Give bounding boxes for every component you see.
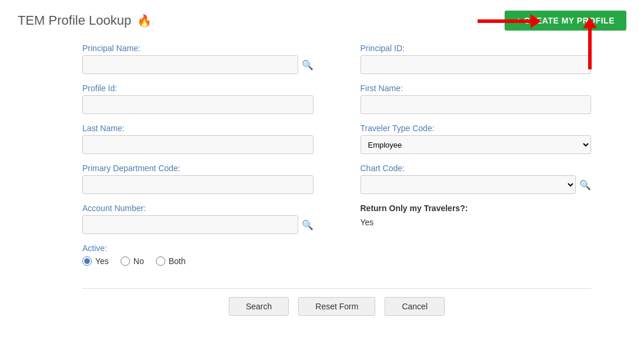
traveler-type-label: Traveler Type Code: <box>361 124 592 133</box>
button-row: Search Reset Form Cancel <box>82 297 591 316</box>
arrow-up-head <box>583 18 597 28</box>
first-name-group: First Name: <box>361 84 592 114</box>
arrow-head <box>530 14 541 28</box>
principal-name-group: Principal Name: 🔍 <box>82 44 313 74</box>
return-travelers-group: Return Only my Travelers?: Yes <box>361 203 592 227</box>
account-number-input-row: 🔍 <box>82 215 313 234</box>
principal-name-search-icon[interactable]: 🔍 <box>302 59 313 71</box>
active-both-radio[interactable] <box>156 256 165 266</box>
form-grid: Principal Name: 🔍 Profile Id: Last Name: <box>82 44 591 278</box>
active-radio-row: Yes No Both <box>82 256 313 268</box>
active-no-label: No <box>134 256 144 266</box>
traveler-type-select[interactable]: Employee Non-Employee Student <box>361 135 592 154</box>
cancel-button[interactable]: Cancel <box>385 297 445 316</box>
account-number-input[interactable] <box>82 215 298 234</box>
primary-dept-group: Primary Department Code: <box>82 164 313 194</box>
arrow-right-annotation <box>478 14 541 28</box>
form-divider <box>82 288 591 289</box>
account-number-label: Account Number: <box>82 203 313 213</box>
chart-code-search-icon[interactable]: 🔍 <box>579 179 591 191</box>
principal-name-input[interactable] <box>82 55 298 74</box>
last-name-label: Last Name: <box>82 124 313 133</box>
profile-id-group: Profile Id: <box>82 84 313 114</box>
active-both-label: Both <box>169 256 186 266</box>
chart-code-select[interactable] <box>361 175 576 194</box>
principal-name-label: Principal Name: <box>82 44 313 53</box>
fire-icon: 🔥 <box>137 14 152 28</box>
principal-id-group: Principal ID: <box>361 44 592 74</box>
return-travelers-value: Yes <box>361 215 592 227</box>
arrow-up-line <box>588 28 592 69</box>
primary-dept-input[interactable] <box>82 175 313 194</box>
active-yes-radio[interactable] <box>82 256 92 266</box>
chart-code-label: Chart Code: <box>361 164 592 173</box>
active-both-option[interactable]: Both <box>156 256 186 266</box>
first-name-label: First Name: <box>361 84 592 93</box>
page-title: TEM Profile Lookup <box>18 13 131 28</box>
last-name-input[interactable] <box>82 135 313 154</box>
reset-form-button[interactable]: Reset Form <box>298 297 375 316</box>
first-name-input[interactable] <box>361 95 592 114</box>
chart-code-group: Chart Code: 🔍 <box>361 164 592 194</box>
account-number-search-icon[interactable]: 🔍 <box>302 219 313 231</box>
active-label: Active: <box>82 243 313 253</box>
active-no-option[interactable]: No <box>121 256 144 266</box>
title-area: TEM Profile Lookup 🔥 <box>18 13 152 28</box>
arrow-line <box>478 19 530 23</box>
form-area: Principal Name: 🔍 Profile Id: Last Name: <box>18 44 626 316</box>
last-name-group: Last Name: <box>82 124 313 154</box>
return-travelers-label: Return Only my Travelers?: <box>361 203 592 213</box>
profile-id-label: Profile Id: <box>82 84 313 93</box>
right-column: Principal ID: First Name: Traveler Type … <box>361 44 592 278</box>
page-container: TEM Profile Lookup 🔥 + CREATE MY PROFILE… <box>0 0 644 357</box>
profile-id-input[interactable] <box>82 95 313 114</box>
active-no-radio[interactable] <box>121 256 130 266</box>
arrow-up-annotation <box>583 18 597 69</box>
active-yes-label: Yes <box>95 256 109 266</box>
traveler-type-group: Traveler Type Code: Employee Non-Employe… <box>361 124 592 154</box>
active-group: Active: Yes No Both <box>82 243 313 268</box>
search-button[interactable]: Search <box>229 297 289 316</box>
principal-id-label: Principal ID: <box>361 44 592 53</box>
principal-name-input-row: 🔍 <box>82 55 313 74</box>
primary-dept-label: Primary Department Code: <box>82 164 313 173</box>
chart-code-select-row: 🔍 <box>361 175 592 194</box>
active-yes-option[interactable]: Yes <box>82 256 109 266</box>
left-column: Principal Name: 🔍 Profile Id: Last Name: <box>82 44 313 278</box>
account-number-group: Account Number: 🔍 <box>82 203 313 234</box>
principal-id-input[interactable] <box>361 55 592 74</box>
